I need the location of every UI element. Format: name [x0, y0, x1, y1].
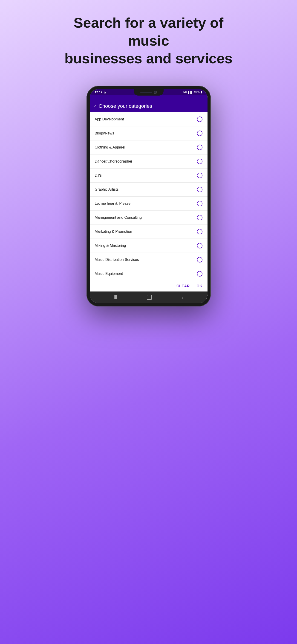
category-item-clothing[interactable]: Clothing & Apparel: [90, 140, 208, 154]
category-item-music-equip[interactable]: Music Equipment: [90, 267, 208, 281]
app-header: ‹ Choose your categories: [90, 95, 208, 112]
radio-mgmt[interactable]: [197, 215, 202, 220]
radio-app-dev[interactable]: [197, 116, 202, 122]
status-left: 12:17 △: [95, 90, 106, 94]
category-label-music-equip: Music Equipment: [95, 272, 123, 276]
app-title: Choose your categories: [99, 103, 152, 109]
status-right: 5G ▌▌▌ 99% ▮: [183, 90, 202, 94]
radio-music-dist[interactable]: [197, 257, 202, 262]
signal-label: 5G: [183, 90, 187, 94]
page-headline: Search for a variety of music businesses…: [57, 14, 241, 68]
speaker: [140, 92, 152, 93]
nav-back-icon[interactable]: ‹: [182, 295, 183, 300]
radio-marketing[interactable]: [197, 229, 202, 234]
category-label-clothing: Clothing & Apparel: [95, 145, 125, 150]
category-item-marketing[interactable]: Marketing & Promotion: [90, 225, 208, 239]
nav-menu-icon[interactable]: [114, 295, 117, 299]
radio-clothing[interactable]: [197, 144, 202, 150]
category-item-app-dev[interactable]: App Development: [90, 112, 208, 126]
phone-nav-bar: ‹: [90, 292, 208, 303]
category-label-music-dist: Music Distribution Services: [95, 258, 139, 262]
category-item-blogs-news[interactable]: Blogs/News: [90, 126, 208, 140]
front-camera: [154, 91, 157, 94]
ok-button[interactable]: OK: [197, 284, 202, 288]
category-list: App DevelopmentBlogs/NewsClothing & Appa…: [90, 112, 208, 281]
phone-notch: [134, 89, 164, 96]
category-item-music-dist[interactable]: Music Distribution Services: [90, 253, 208, 267]
category-label-app-dev: App Development: [95, 117, 124, 121]
category-label-lmhip: Let me hear it, Please!: [95, 202, 132, 206]
phone-screen: 12:17 △ 5G ▌▌▌ 99% ▮ ‹ Choose your categ…: [90, 89, 208, 303]
category-label-mixing: Mixing & Mastering: [95, 244, 126, 248]
radio-lmhip[interactable]: [197, 201, 202, 206]
category-item-lmhip[interactable]: Let me hear it, Please!: [90, 197, 208, 211]
category-label-marketing: Marketing & Promotion: [95, 230, 132, 234]
nav-home-icon[interactable]: [147, 295, 152, 300]
category-item-mixing[interactable]: Mixing & Mastering: [90, 239, 208, 253]
radio-graphic[interactable]: [197, 187, 202, 192]
back-button[interactable]: ‹: [94, 103, 96, 109]
category-label-djs: DJ's: [95, 174, 102, 178]
status-time: 12:17: [95, 90, 102, 94]
category-label-dancer: Dancer/Choreographer: [95, 159, 132, 164]
clear-button[interactable]: CLEAR: [176, 284, 190, 288]
radio-mixing[interactable]: [197, 243, 202, 248]
radio-djs[interactable]: [197, 173, 202, 178]
battery-icon: ▮: [201, 90, 202, 94]
radio-blogs-news[interactable]: [197, 130, 202, 136]
category-item-graphic[interactable]: Graphic Artists: [90, 182, 208, 197]
action-row: CLEAR OK: [90, 281, 208, 292]
wifi-icon: △: [104, 90, 106, 94]
radio-dancer[interactable]: [197, 159, 202, 164]
category-item-djs[interactable]: DJ's: [90, 168, 208, 182]
category-item-dancer[interactable]: Dancer/Choreographer: [90, 154, 208, 168]
category-label-graphic: Graphic Artists: [95, 188, 119, 192]
category-label-mgmt: Management and Consulting: [95, 216, 142, 220]
category-label-blogs-news: Blogs/News: [95, 131, 114, 136]
radio-music-equip[interactable]: [197, 271, 202, 276]
battery-label: 99%: [194, 90, 199, 94]
category-item-mgmt[interactable]: Management and Consulting: [90, 211, 208, 225]
signal-bars-icon: ▌▌▌: [188, 91, 193, 94]
phone-device: 12:17 △ 5G ▌▌▌ 99% ▮ ‹ Choose your categ…: [86, 86, 211, 306]
